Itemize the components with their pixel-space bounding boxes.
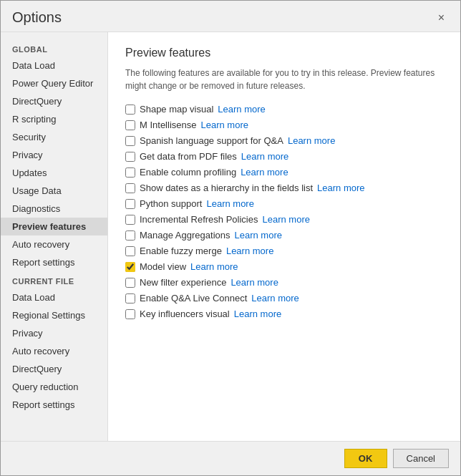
sidebar-item-diagnostics[interactable]: Diagnostics bbox=[1, 200, 107, 218]
learn-more-link[interactable]: Learn more bbox=[226, 246, 273, 256]
feature-checkbox-spanish-language-support-for-qa[interactable] bbox=[125, 136, 135, 146]
learn-more-link[interactable]: Learn more bbox=[230, 277, 278, 288]
learn-more-link[interactable]: Learn more bbox=[190, 261, 238, 272]
content-description: The following features are available for… bbox=[125, 67, 440, 92]
feature-row: Enable column profilingLearn more bbox=[125, 167, 443, 178]
feature-label: M Intellisense bbox=[140, 120, 196, 130]
sidebar-item-directquery[interactable]: DirectQuery bbox=[1, 92, 107, 110]
sidebar-item-preview-features[interactable]: Preview features bbox=[1, 218, 107, 235]
learn-more-link[interactable]: Learn more bbox=[288, 135, 335, 146]
feature-label: Shape map visual bbox=[140, 104, 213, 115]
feature-label: New filter experience bbox=[140, 277, 226, 288]
sidebar-item-cf-data-load[interactable]: Data Load bbox=[1, 288, 107, 306]
content-title: Preview features bbox=[125, 47, 443, 59]
sidebar-item-auto-recovery[interactable]: Auto recovery bbox=[1, 235, 107, 253]
feature-row: Python supportLearn more bbox=[125, 198, 443, 209]
learn-more-link[interactable]: Learn more bbox=[262, 214, 309, 225]
feature-checkbox-new-filter-experience[interactable] bbox=[125, 278, 135, 288]
feature-label: Get data from PDF files bbox=[140, 151, 237, 162]
feature-row: Get data from PDF filesLearn more bbox=[125, 151, 443, 162]
sidebar-item-data-load[interactable]: Data Load bbox=[1, 57, 107, 74]
sidebar-item-report-settings[interactable]: Report settings bbox=[1, 253, 107, 271]
feature-row: Spanish language support for Q&ALearn mo… bbox=[125, 135, 443, 146]
feature-checkbox-manage-aggregations[interactable] bbox=[125, 230, 135, 241]
feature-label: Enable fuzzy merge bbox=[140, 246, 222, 256]
sidebar-item-updates[interactable]: Updates bbox=[1, 164, 107, 182]
feature-checkbox-enable-fuzzy-merge[interactable] bbox=[125, 246, 135, 256]
sidebar-item-cf-query-reduction[interactable]: Query reduction bbox=[1, 378, 107, 396]
ok-button[interactable]: OK bbox=[344, 449, 387, 468]
feature-row: Key influencers visualLearn more bbox=[125, 309, 443, 319]
close-button[interactable]: × bbox=[434, 10, 449, 26]
feature-row: Shape map visualLearn more bbox=[125, 104, 443, 115]
feature-checkbox-python-support[interactable] bbox=[125, 199, 135, 209]
sidebar-item-power-query-editor[interactable]: Power Query Editor bbox=[1, 74, 107, 92]
feature-checkbox-show-dates-as-a-hierarchy-in-the-fields-list[interactable] bbox=[125, 183, 135, 193]
feature-row: Incremental Refresh PoliciesLearn more bbox=[125, 214, 443, 225]
feature-row: Enable Q&A Live ConnectLearn more bbox=[125, 293, 443, 303]
feature-row: Model viewLearn more bbox=[125, 261, 443, 272]
feature-label: Key influencers visual bbox=[140, 309, 230, 319]
feature-row: Manage AggregationsLearn more bbox=[125, 230, 443, 241]
learn-more-link[interactable]: Learn more bbox=[241, 151, 288, 162]
title-bar: Options × bbox=[1, 1, 460, 31]
current-file-section-label: CURRENT FILE bbox=[1, 271, 107, 288]
feature-row: Show dates as a hierarchy in the fields … bbox=[125, 183, 443, 193]
feature-label: Model view bbox=[140, 261, 186, 272]
learn-more-link[interactable]: Learn more bbox=[206, 198, 253, 209]
dialog-title: Options bbox=[12, 9, 62, 26]
sidebar-item-security[interactable]: Security bbox=[1, 128, 107, 146]
learn-more-link[interactable]: Learn more bbox=[241, 167, 288, 178]
sidebar-item-cf-directquery[interactable]: DirectQuery bbox=[1, 360, 107, 378]
sidebar-item-r-scripting[interactable]: R scripting bbox=[1, 110, 107, 128]
learn-more-link[interactable]: Learn more bbox=[317, 183, 364, 193]
learn-more-link[interactable]: Learn more bbox=[234, 230, 281, 241]
feature-checkbox-enable-column-profiling[interactable] bbox=[125, 167, 135, 178]
feature-checkbox-key-influencers-visual[interactable] bbox=[125, 309, 135, 319]
feature-label: Manage Aggregations bbox=[140, 230, 230, 241]
feature-row: Enable fuzzy mergeLearn more bbox=[125, 246, 443, 256]
feature-label: Spanish language support for Q&A bbox=[140, 135, 283, 146]
sidebar-item-cf-auto-recovery[interactable]: Auto recovery bbox=[1, 342, 107, 360]
feature-label: Enable column profiling bbox=[140, 167, 236, 178]
learn-more-link[interactable]: Learn more bbox=[234, 309, 281, 319]
feature-checkbox-shape-map-visual[interactable] bbox=[125, 105, 135, 115]
options-dialog: Options × GLOBAL Data LoadPower Query Ed… bbox=[0, 0, 461, 476]
sidebar: GLOBAL Data LoadPower Query EditorDirect… bbox=[1, 32, 108, 441]
cancel-button[interactable]: Cancel bbox=[393, 449, 449, 468]
feature-checkbox-m-intellisense[interactable] bbox=[125, 120, 135, 130]
feature-label: Enable Q&A Live Connect bbox=[140, 293, 247, 303]
learn-more-link[interactable]: Learn more bbox=[200, 120, 248, 130]
feature-checkbox-get-data-from-pdf-files[interactable] bbox=[125, 152, 135, 162]
feature-row: M IntellisenseLearn more bbox=[125, 120, 443, 130]
learn-more-link[interactable]: Learn more bbox=[251, 293, 299, 303]
feature-checkbox-model-view[interactable] bbox=[125, 262, 135, 272]
sidebar-item-cf-regional-settings[interactable]: Regional Settings bbox=[1, 306, 107, 324]
global-section-label: GLOBAL bbox=[1, 39, 107, 57]
feature-label: Python support bbox=[140, 198, 202, 209]
feature-checkbox-enable-qa-live-connect[interactable] bbox=[125, 293, 135, 303]
sidebar-item-cf-report-settings[interactable]: Report settings bbox=[1, 396, 107, 414]
feature-row: New filter experienceLearn more bbox=[125, 277, 443, 288]
dialog-body: GLOBAL Data LoadPower Query EditorDirect… bbox=[1, 31, 460, 441]
sidebar-item-privacy[interactable]: Privacy bbox=[1, 146, 107, 164]
sidebar-item-cf-privacy[interactable]: Privacy bbox=[1, 324, 107, 342]
content-area: Preview features The following features … bbox=[108, 32, 460, 441]
learn-more-link[interactable]: Learn more bbox=[218, 104, 265, 115]
sidebar-item-usage-data[interactable]: Usage Data bbox=[1, 182, 107, 200]
feature-checkbox-incremental-refresh-policies[interactable] bbox=[125, 215, 135, 225]
dialog-footer: OK Cancel bbox=[1, 441, 460, 475]
feature-label: Incremental Refresh Policies bbox=[140, 214, 258, 225]
feature-label: Show dates as a hierarchy in the fields … bbox=[140, 183, 313, 193]
